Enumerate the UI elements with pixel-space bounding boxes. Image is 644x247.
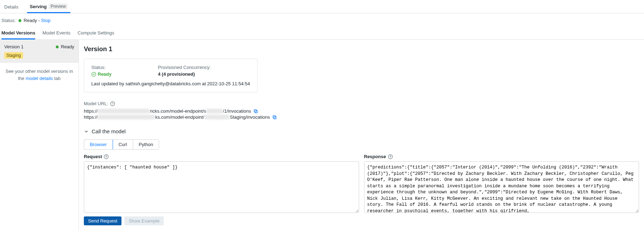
method-tab-python[interactable]: Python [133,140,159,149]
url-mid: ricks.com/model-endpoint/s [150,108,206,114]
page-title: Version 1 [84,45,639,53]
svg-text:?: ? [105,155,107,158]
request-response-row: Request ? Send Request Show Example Resp… [84,154,639,225]
redacted-segment [206,109,222,113]
copy-icon[interactable] [253,109,258,114]
version-status: Ready [56,44,74,49]
model-url-2: https:// ks.com/model-endpoint/ Staging/… [84,114,639,120]
version-name: Version 1 [4,44,23,49]
request-textarea[interactable] [84,161,359,213]
svg-rect-3 [255,110,257,113]
redacted-segment [98,109,150,113]
check-circle-icon [91,72,96,77]
status-card: Status: Provisioned Concurrency: Ready 4… [84,59,258,92]
subtab-model-events[interactable]: Model Events [42,27,70,39]
last-updated: Last updated by sathish.gangichetty@data… [91,81,250,86]
request-label: Request ? [84,154,359,159]
method-tab-browser[interactable]: Browser [84,139,113,150]
svg-rect-5 [274,116,276,119]
tab-details-label: Details [4,4,18,10]
status-dash: - [37,18,41,23]
tab-serving[interactable]: Serving Preview [27,0,70,13]
status-dot-icon [18,19,21,22]
status-label: Status: [1,18,16,23]
method-tabs: Browser Curl Python [84,139,159,150]
call-model-title: Call the model [92,128,126,134]
tab-details[interactable]: Details [1,0,21,13]
url-right: Staging/invocations [230,114,270,120]
help-icon[interactable]: ? [388,154,393,159]
ready-text: Ready [98,71,112,77]
response-panel: Response ? [364,154,639,225]
copy-icon[interactable] [272,115,277,120]
help-icon[interactable]: ? [110,101,115,106]
request-label-text: Request [84,154,102,159]
subtab-model-versions[interactable]: Model Versions [1,27,35,39]
svg-text:?: ? [389,155,391,158]
svg-text:?: ? [112,102,113,105]
other-versions-note: See your other model versions in the mod… [0,63,79,87]
redacted-segment [205,115,229,119]
request-panel: Request ? Send Request Show Example [84,154,359,225]
response-label-text: Response [364,154,386,159]
response-label: Response ? [364,154,639,159]
show-example-button[interactable]: Show Example [124,216,164,225]
model-url-label: Model URL: ? [84,101,639,106]
detail-pane: Version 1 Status: Provisioned Concurrenc… [79,40,644,231]
stage-badge: Staging [4,52,23,59]
main-content: Version 1 Ready Staging See your other m… [0,40,644,231]
model-url-1: https:// ricks.com/model-endpoint/s /1/i… [84,108,639,114]
url-mid: ks.com/model-endpoint/ [155,114,204,120]
request-actions: Send Request Show Example [84,216,359,225]
versions-sidebar: Version 1 Ready Staging See your other m… [0,40,79,231]
version-item-1[interactable]: Version 1 Ready Staging [0,40,79,63]
response-textarea[interactable] [364,161,639,213]
redacted-segment [98,115,155,119]
top-tabs: Details Serving Preview [0,0,644,14]
call-model-toggle[interactable]: Call the model [84,128,639,134]
svg-rect-6 [273,116,275,118]
info-status-label: Status: [91,65,151,70]
svg-rect-4 [254,109,256,112]
status-state: Ready [23,18,37,23]
info-conc-value: 4 (4 provisioned) [158,71,250,77]
preview-badge: Preview [49,4,67,9]
send-request-button[interactable]: Send Request [84,216,121,225]
url-left: https:// [84,108,98,114]
sub-tabs: Model Versions Model Events Compute Sett… [0,27,644,40]
info-conc-label: Provisioned Concurrency: [158,65,250,70]
url-left: https:// [84,114,98,120]
model-url-text: Model URL: [84,101,108,106]
status-dot-icon [56,45,59,48]
subtab-compute-settings[interactable]: Compute Settings [77,27,114,39]
ready-text: Ready [61,44,74,49]
other-suffix: tab [54,76,60,81]
stop-link[interactable]: Stop [41,18,51,23]
tab-serving-label: Serving [30,4,47,9]
method-tab-curl[interactable]: Curl [113,140,133,149]
info-ready-value: Ready [91,71,151,77]
model-details-link[interactable]: model details [26,76,53,81]
help-icon[interactable]: ? [104,154,109,159]
url-right: /1/invocations [223,108,251,114]
status-bar: Status: Ready - Stop [0,14,644,27]
chevron-down-icon [84,129,89,134]
